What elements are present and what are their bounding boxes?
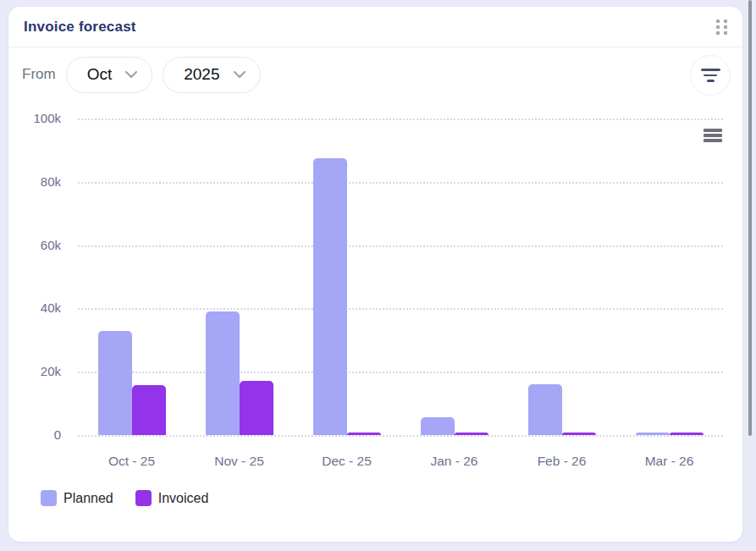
bar-invoiced-Dec-25[interactable]	[347, 433, 381, 435]
gridline	[78, 118, 723, 120]
bar-planned-Mar-26[interactable]	[636, 433, 670, 435]
chart-menu-icon[interactable]	[702, 127, 724, 144]
legend-label: Invoiced	[158, 491, 209, 506]
y-axis-tick-label: 0	[8, 427, 61, 443]
x-axis-tick-label: Nov - 25	[185, 454, 293, 469]
bar-planned-Feb-26[interactable]	[528, 384, 562, 435]
chevron-down-icon	[125, 71, 137, 78]
gridline	[78, 245, 723, 247]
bar-planned-Oct-25[interactable]	[98, 331, 132, 435]
bar-invoiced-Nov-25[interactable]	[240, 381, 273, 435]
x-axis-tick-label: Dec - 25	[293, 454, 400, 469]
y-axis-tick-label: 20k	[8, 364, 61, 379]
chart-legend: Planned Invoiced	[41, 490, 742, 506]
bar-planned-Nov-25[interactable]	[206, 311, 240, 435]
bar-planned-Jan-26[interactable]	[421, 417, 455, 435]
chevron-down-icon	[234, 71, 246, 78]
gridline	[78, 182, 723, 184]
bar-invoiced-Jan-26[interactable]	[455, 433, 488, 435]
x-axis-tick-label: Oct - 25	[78, 454, 185, 469]
gridline	[78, 435, 723, 437]
card-title: Invoice forecast	[24, 19, 136, 36]
x-axis-tick-label: Jan - 26	[400, 454, 508, 469]
year-select[interactable]: 2025	[163, 57, 260, 93]
x-axis-tick-label: Mar - 26	[615, 454, 723, 469]
bar-chart: 100k80k60k40k20k0Oct - 25Nov - 25Dec - 2…	[8, 102, 742, 478]
month-select[interactable]: Oct	[66, 57, 153, 93]
x-axis-tick-label: Feb - 26	[508, 454, 615, 469]
page-scrollbar[interactable]	[748, 0, 752, 436]
legend-item-invoiced[interactable]: Invoiced	[135, 490, 209, 506]
planned-swatch	[41, 490, 57, 506]
legend-label: Planned	[63, 491, 113, 506]
chart-toolbar: From Oct 2025	[8, 47, 742, 102]
legend-item-planned[interactable]: Planned	[41, 490, 113, 506]
y-axis-tick-label: 40k	[8, 300, 61, 316]
gridline	[78, 372, 723, 373]
gridline	[78, 308, 723, 310]
from-label: From	[22, 66, 56, 83]
card-header: Invoice forecast	[8, 7, 742, 47]
drag-handle-icon[interactable]	[715, 18, 729, 36]
month-select-value: Oct	[87, 65, 113, 84]
bar-invoiced-Oct-25[interactable]	[132, 385, 166, 435]
filter-lines-icon	[701, 69, 720, 71]
bar-invoiced-Feb-26[interactable]	[562, 433, 596, 435]
y-axis-tick-label: 60k	[8, 238, 61, 253]
y-axis-tick-label: 100k	[8, 111, 61, 126]
invoiced-swatch	[135, 490, 152, 506]
invoice-forecast-card: Invoice forecast From Oct 2025 100k80k60…	[8, 7, 742, 542]
filter-button[interactable]	[690, 55, 731, 96]
year-select-value: 2025	[184, 65, 219, 84]
y-axis-tick-label: 80k	[8, 174, 61, 190]
bar-planned-Dec-25[interactable]	[313, 158, 347, 435]
bar-invoiced-Mar-26[interactable]	[670, 433, 704, 435]
